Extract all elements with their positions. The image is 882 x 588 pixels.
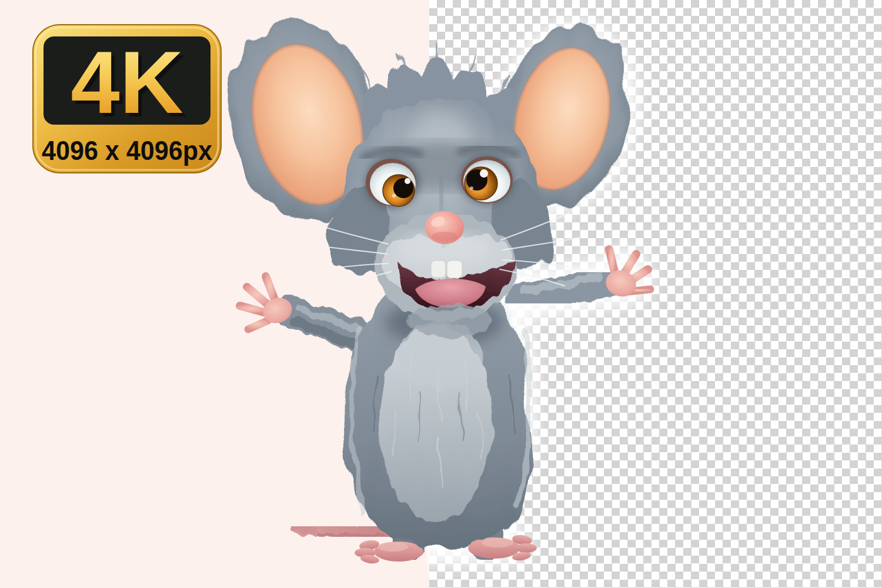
- mouse-right-eye: [460, 155, 514, 205]
- mouse-nose: [425, 211, 464, 244]
- stock-image-preview: 4K 4K 4096 x 4096px: [0, 0, 882, 588]
- badge-4k-label: 4K: [71, 33, 183, 132]
- mouse-tail: [294, 528, 388, 535]
- resolution-badge: 4K 4K 4096 x 4096px: [28, 20, 228, 179]
- badge-dimensions-label: 4096 x 4096px: [42, 135, 212, 166]
- mouse-left-eye: [365, 158, 420, 209]
